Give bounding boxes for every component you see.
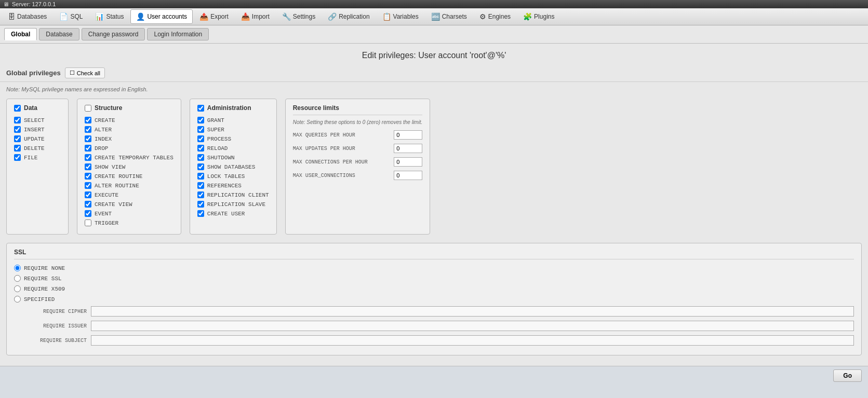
status-label: Status (106, 13, 124, 20)
subtab-database[interactable]: Database (39, 28, 79, 40)
resource-input-max-updates-per-hour[interactable] (394, 144, 422, 153)
list-item: CREATE VIEW (85, 201, 173, 208)
data-box-label: Data (24, 104, 37, 112)
resource-label: MAX CONNECTIONS PER HOUR (293, 159, 368, 165)
resource-input-max-user_connections[interactable] (394, 171, 422, 180)
user-accounts-icon: 👤 (136, 12, 145, 21)
priv-checkbox-execute[interactable] (85, 191, 91, 198)
nav-item-databases[interactable]: 🗄Databases (2, 9, 52, 24)
subtab-global[interactable]: Global (4, 28, 37, 40)
priv-checkbox-create-temporary-tables[interactable] (85, 154, 91, 161)
list-item: CREATE ROUTINE (85, 173, 173, 180)
nav-item-settings[interactable]: 🔧Settings (276, 9, 321, 24)
priv-checkbox-create[interactable] (85, 117, 91, 123)
priv-checkbox-index[interactable] (85, 135, 91, 142)
priv-checkbox-create-user[interactable] (197, 210, 204, 217)
priv-label: CREATE USER (207, 211, 245, 217)
ssl-input-require-cipher[interactable] (91, 306, 854, 317)
nav-item-replication[interactable]: 🔗Replication (322, 9, 375, 24)
priv-checkbox-super[interactable] (197, 126, 204, 133)
priv-label: PROCESS (207, 136, 231, 142)
priv-label: INDEX (95, 136, 112, 142)
priv-label: SHUTDOWN (207, 155, 235, 161)
priv-checkbox-lock-tables[interactable] (197, 173, 204, 180)
priv-label: CREATE (95, 117, 115, 123)
priv-checkbox-insert[interactable] (14, 126, 21, 133)
bottom-bar: Go (0, 366, 868, 385)
ssl-option-row: REQUIRE SSL (14, 275, 854, 282)
priv-checkbox-shutdown[interactable] (197, 154, 204, 161)
ssl-field-row: REQUIRE ISSUER (14, 321, 854, 331)
nav-item-engines[interactable]: ⚙Engines (474, 9, 516, 24)
priv-checkbox-file[interactable] (14, 154, 21, 161)
priv-checkbox-references[interactable] (197, 182, 204, 189)
list-item: UPDATE (14, 135, 61, 142)
databases-label: Databases (17, 13, 47, 20)
list-item: SHOW VIEW (85, 163, 173, 170)
priv-checkbox-grant[interactable] (197, 117, 204, 123)
priv-label: LOCK TABLES (207, 173, 245, 180)
resource-input-max-connections-per-hour[interactable] (394, 157, 422, 167)
nav-item-export[interactable]: 📤Export (194, 9, 234, 24)
subtab-login-information[interactable]: Login Information (147, 28, 209, 40)
ssl-radio-require-none[interactable] (14, 265, 21, 271)
priv-label: CREATE ROUTINE (95, 173, 142, 180)
check-all-button[interactable]: ☐ Check all (65, 67, 105, 78)
ssl-radio-specified[interactable] (14, 296, 21, 303)
priv-label: REPLICATION CLIENT (207, 192, 269, 198)
go-button[interactable]: Go (833, 369, 862, 382)
nav-item-variables[interactable]: 📋Variables (377, 9, 424, 24)
list-item: LOCK TABLES (197, 173, 269, 180)
ssl-radio-require-x509[interactable] (14, 285, 21, 292)
ssl-radio-require-ssl[interactable] (14, 275, 21, 282)
priv-checkbox-alter-routine[interactable] (85, 182, 91, 189)
priv-label: RELOAD (207, 145, 228, 152)
structure-box-checkbox[interactable] (85, 105, 91, 112)
priv-checkbox-reload[interactable] (197, 145, 204, 152)
export-icon: 📤 (199, 12, 208, 21)
ssl-input-require-subject[interactable] (91, 335, 854, 346)
priv-checkbox-event[interactable] (85, 210, 91, 217)
titlebar: 🖥 Server: 127.0.0.1 (0, 0, 868, 8)
ssl-input-require-issuer[interactable] (91, 321, 854, 331)
ssl-field-label: REQUIRE SUBJECT (14, 338, 87, 344)
nav-item-charsets[interactable]: 🔤Charsets (425, 9, 473, 24)
priv-checkbox-show-view[interactable] (85, 163, 91, 170)
priv-checkbox-show-databases[interactable] (197, 163, 204, 170)
administration-box-checkbox[interactable] (197, 105, 204, 112)
priv-checkbox-drop[interactable] (85, 145, 91, 152)
priv-checkbox-delete[interactable] (14, 145, 21, 152)
priv-label: SELECT (24, 117, 45, 123)
nav-item-plugins[interactable]: 🧩Plugins (517, 9, 560, 24)
priv-checkbox-update[interactable] (14, 135, 21, 142)
priv-checkbox-replication-client[interactable] (197, 191, 204, 198)
resource-row: MAX USER_CONNECTIONS (293, 171, 423, 180)
resource-limits-header: Resource limits (293, 104, 423, 115)
nav-item-status[interactable]: 📊Status (89, 9, 129, 24)
list-item: SUPER (197, 126, 269, 133)
global-privileges-label: Global privileges (6, 69, 61, 77)
navbar: 🗄Databases📄SQL📊Status👤User accounts📤Expo… (0, 8, 868, 25)
priv-label: TRIGGER (95, 220, 118, 226)
priv-checkbox-create-routine[interactable] (85, 173, 91, 180)
subtab-change-password[interactable]: Change password (82, 28, 145, 40)
resource-fields: MAX QUERIES PER HOURMAX UPDATES PER HOUR… (293, 130, 423, 180)
nav-item-user-accounts[interactable]: 👤User accounts (130, 9, 193, 24)
ssl-option-label: REQUIRE SSL (24, 276, 62, 282)
nav-item-import[interactable]: 📥Import (235, 9, 275, 24)
nav-item-sql[interactable]: 📄SQL (54, 9, 88, 24)
user-accounts-label: User accounts (147, 13, 187, 20)
priv-checkbox-replication-slave[interactable] (197, 201, 204, 208)
resource-input-max-queries-per-hour[interactable] (394, 130, 422, 140)
priv-checkbox-process[interactable] (197, 135, 204, 142)
priv-checkbox-create-view[interactable] (85, 201, 91, 208)
priv-checkbox-alter[interactable] (85, 126, 91, 133)
data-items: SELECTINSERTUPDATEDELETEFILE (14, 117, 61, 161)
privilege-boxes: Data SELECTINSERTUPDATEDELETEFILE Struct… (6, 99, 862, 235)
priv-checkbox-trigger[interactable] (85, 219, 91, 226)
data-box-checkbox[interactable] (14, 105, 21, 112)
ssl-options: REQUIRE NONEREQUIRE SSLREQUIRE X509SPECI… (14, 265, 854, 303)
databases-icon: 🗄 (8, 12, 15, 21)
page-title: Edit privileges: User account 'root'@'%' (0, 44, 868, 64)
priv-checkbox-select[interactable] (14, 117, 21, 123)
